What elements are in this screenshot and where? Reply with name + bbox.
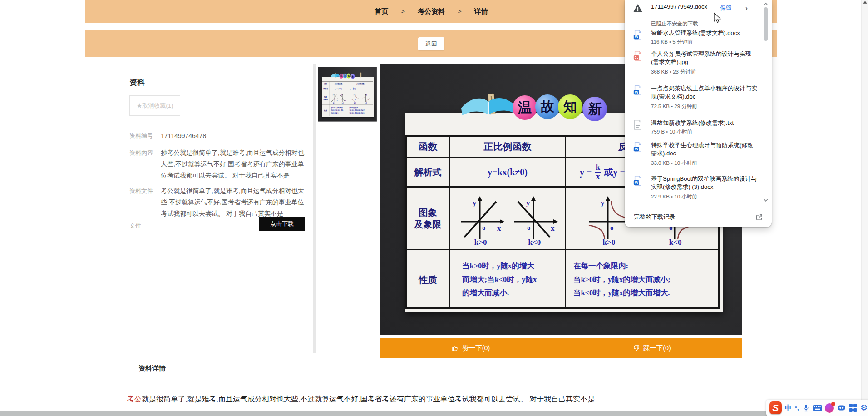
doc-file-icon: W xyxy=(633,85,643,95)
clothespin-icon xyxy=(360,73,361,77)
punctuation-icon[interactable]: °, xyxy=(795,405,799,411)
table-corner: 函数 xyxy=(407,137,449,157)
breadcrumb-item-home[interactable]: 首页 xyxy=(375,7,388,16)
row-graph-label: 图象 及象限 xyxy=(322,92,329,104)
svg-text:x: x xyxy=(551,224,555,233)
docx-file-icon: W xyxy=(633,176,643,186)
number-value: 1711499746478 xyxy=(161,130,206,142)
svg-text:o: o xyxy=(334,99,335,101)
graph-hyperbola-kpos: y o k>0 xyxy=(351,94,359,104)
sogou-logo-icon[interactable]: S xyxy=(769,401,782,414)
svg-text:y: y xyxy=(354,94,355,96)
breadcrumb-separator: > xyxy=(458,7,462,16)
props-direct: 当k>0时，y随x的增大 而增大;当k<0时，y随x 的增大而减小. xyxy=(329,104,348,116)
svg-text:o: o xyxy=(365,99,366,101)
table-col3-header: 反比例函数 xyxy=(348,82,373,86)
fox-assistant-icon[interactable] xyxy=(825,403,834,413)
details-title: 资料详情 xyxy=(138,364,166,373)
image-file-icon xyxy=(633,51,643,61)
svg-text:W: W xyxy=(635,147,638,151)
breadcrumb-item-detail[interactable]: 详情 xyxy=(474,7,488,16)
svg-text:y: y xyxy=(473,198,477,207)
svg-text:W: W xyxy=(635,90,638,94)
downloads-panel: 1711499779949.docx 已阻止不安全的下载 保留 › W 智能水表… xyxy=(625,0,772,227)
mouse-cursor xyxy=(713,12,721,24)
keyboard-icon[interactable] xyxy=(813,405,822,411)
graph-line-kneg: y o x k<0 xyxy=(339,94,347,104)
graph-line-kpos: y o x k>0 xyxy=(330,94,338,104)
back-button[interactable]: 返回 xyxy=(418,37,444,50)
material-thumbnail[interactable]: 函数 正比例函数 反比例函数 解析式 y=kx(k≠0) y = kx 或y =… xyxy=(318,67,377,122)
material-image: 函数 正比例函数 反比例函数 解析式 y=kx(k≠0) y = kx 或y =… xyxy=(318,67,377,122)
full-download-history-link[interactable]: 完整的下载记录 xyxy=(625,207,772,227)
chinese-mode-icon[interactable]: 中 xyxy=(785,404,792,412)
vertical-scrollbar[interactable] xyxy=(861,0,868,416)
panel-divider xyxy=(313,64,316,353)
graphs-inverse: y o k>0 y xyxy=(348,92,373,104)
notification-dot xyxy=(831,402,835,406)
panel-scrollbar-thumb[interactable] xyxy=(764,7,768,41)
section-divider xyxy=(85,360,777,360)
keep-download-button[interactable]: 保留 xyxy=(720,4,732,12)
gear-icon[interactable]: ⚙ xyxy=(860,403,868,413)
screen: 首页 > 考公资料 > 详情 返回 资料 ★取消收藏(1) 资料编号 17114… xyxy=(0,0,868,416)
txt-file-icon xyxy=(633,120,643,130)
details-highlight: 考公 xyxy=(127,395,142,403)
book-icon xyxy=(457,93,520,118)
props-direct: 当k>0时，y随x的增大 而增大;当k<0时，y随x 的增大而减小. xyxy=(450,250,565,309)
microphone-icon[interactable] xyxy=(802,404,810,412)
details-paragraph: 考公就是很简单了,就是难考,而且运气成分相对也大些,不过就算运气不好,国考省考还… xyxy=(127,395,740,404)
table-col2-header: 正比例函数 xyxy=(329,82,348,86)
svg-text:o: o xyxy=(482,224,486,231)
file-desc-label: 资料文件 xyxy=(129,187,153,195)
svg-text:y: y xyxy=(366,94,367,96)
svg-text:o: o xyxy=(355,99,356,101)
like-button[interactable]: 赞一下(0) xyxy=(380,338,562,358)
row-props-label: 性质 xyxy=(407,250,449,309)
file-desc-value: 考公就是很简单了,就是难考,而且运气成分相对也大些,不过就算运气不好,国考省考还… xyxy=(161,185,308,219)
dislike-button[interactable]: 踩一下(0) xyxy=(562,338,743,358)
row-formula-label: 解析式 xyxy=(407,158,449,186)
number-label: 资料编号 xyxy=(129,132,153,140)
table-col2-header: 正比例函数 xyxy=(450,137,565,157)
row-props-label: 性质 xyxy=(322,104,329,116)
panel-scroll-up-icon[interactable] xyxy=(763,2,769,6)
thumbs-up-icon xyxy=(452,345,459,352)
horizontal-scrollbar[interactable] xyxy=(0,411,861,416)
breadcrumb-separator: > xyxy=(401,7,405,16)
graph-line-kpos: y o x k>0 xyxy=(457,195,504,247)
svg-text:x: x xyxy=(337,99,338,101)
panel-scroll-down-icon[interactable] xyxy=(763,198,769,202)
vote-bar: 赞一下(0) 踩一下(0) xyxy=(380,338,742,358)
docx-file-icon: W xyxy=(633,30,643,40)
badge-ball: 温 xyxy=(513,95,537,120)
badge-ball: 故 xyxy=(535,94,560,119)
badge-ball: 知 xyxy=(347,74,351,79)
formula-direct: y=kx(k≠0) xyxy=(450,158,565,186)
graphs-direct: y o x k>0 y xyxy=(450,188,565,249)
thumbs-down-icon xyxy=(633,345,640,352)
svg-text:x: x xyxy=(345,99,346,101)
badge-ball: 知 xyxy=(558,94,582,119)
star-icon: ★ xyxy=(137,102,143,109)
formula-direct: y=kx(k≠0) xyxy=(329,86,348,92)
svg-text:W: W xyxy=(635,181,638,185)
robot-icon[interactable] xyxy=(837,405,846,411)
breadcrumb-item-category[interactable]: 考公资料 xyxy=(418,7,445,16)
svg-text:y: y xyxy=(601,198,605,207)
apps-grid-icon[interactable] xyxy=(849,404,857,412)
download-status: 已阻止不安全的下载 xyxy=(651,20,698,27)
content-label: 资料内容 xyxy=(129,149,153,157)
warning-icon xyxy=(633,4,643,13)
material-info-panel: 资料 ★取消收藏(1) 资料编号 1711499746478 资料内容 抄考公就… xyxy=(121,64,313,353)
content-value: 抄考公就是很简单了,就是难考,而且运气成分相对也大些,不过就算运气不好,国考省考… xyxy=(161,147,308,181)
row-formula-label: 解析式 xyxy=(322,86,329,92)
chevron-right-icon[interactable]: › xyxy=(745,4,748,12)
badge-ball: 新 xyxy=(582,97,607,121)
unfavorite-button[interactable]: ★取消收藏(1) xyxy=(129,95,180,116)
graph-hyperbola-kneg: y o k<0 xyxy=(362,94,370,104)
ime-toolbar: S 中 °, ⚙ xyxy=(766,400,868,416)
scroll-up-arrow-icon[interactable] xyxy=(863,1,867,4)
download-button[interactable]: 点击下载 xyxy=(259,217,305,231)
svg-text:y: y xyxy=(333,94,334,96)
